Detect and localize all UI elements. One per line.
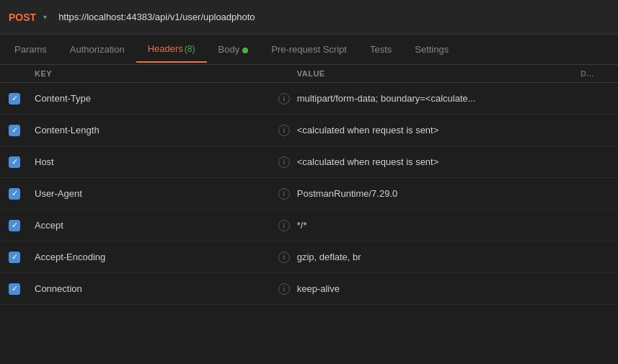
tab-headers[interactable]: Headers(8)	[136, 36, 207, 63]
tab-tests-label: Tests	[370, 44, 392, 55]
url-input[interactable]	[58, 12, 609, 22]
row-2-info-icon[interactable]: i	[278, 125, 290, 136]
table-header: KEY VALUE D...	[0, 65, 618, 83]
row-3-info-cell: i	[271, 156, 297, 168]
row-3-checkbox-cell: ✓	[9, 156, 35, 168]
row-1-checkbox[interactable]: ✓	[9, 93, 20, 105]
row-3-checkbox[interactable]: ✓	[9, 156, 20, 168]
row-7-checkbox-cell: ✓	[9, 283, 35, 295]
row-3-value: <calculated when request is sent>	[297, 156, 581, 167]
row-6-checkbox-cell: ✓	[9, 252, 35, 263]
row-6-value: gzip, deflate, br	[297, 252, 581, 262]
row-7-info-icon[interactable]: i	[278, 283, 290, 295]
row-6-checkmark-icon: ✓	[12, 253, 18, 261]
headers-table-container: KEY VALUE D... ✓ Content-Type i multipar…	[0, 65, 618, 364]
row-2-checkbox[interactable]: ✓	[9, 125, 20, 136]
table-row: ✓ Content-Type i multipart/form-data; bo…	[0, 83, 618, 115]
tab-params-label: Params	[14, 44, 47, 55]
row-5-key: Accept	[35, 220, 271, 231]
row-1-key: Content-Type	[35, 93, 271, 104]
col-header-desc: D...	[581, 69, 609, 78]
row-7-checkmark-icon: ✓	[12, 285, 18, 293]
row-1-info-cell: i	[271, 93, 297, 105]
tab-authorization[interactable]: Authorization	[58, 37, 136, 62]
row-7-checkbox[interactable]: ✓	[9, 283, 20, 295]
tab-pre-request[interactable]: Pre-request Script	[260, 37, 358, 62]
table-row: ✓ User-Agent i PostmanRuntime/7.29.0	[0, 178, 618, 210]
table-row: ✓ Content-Length i <calculated when requ…	[0, 115, 618, 146]
row-1-value: multipart/form-data; boundary=<calculate…	[297, 93, 581, 104]
tab-settings[interactable]: Settings	[403, 37, 460, 62]
tab-params[interactable]: Params	[3, 37, 58, 62]
tab-body-label: Body	[218, 44, 240, 55]
row-2-info-cell: i	[271, 125, 297, 136]
tab-body-dot-icon	[242, 48, 248, 53]
row-7-key: Connection	[35, 283, 271, 294]
method-dropdown[interactable]: POST ▾	[9, 12, 47, 23]
table-row: ✓ Accept i */*	[0, 210, 618, 241]
tab-headers-badge: (8)	[185, 44, 195, 54]
table-row: ✓ Connection i keep-alive	[0, 273, 618, 305]
row-5-value: */*	[297, 220, 581, 231]
table-row: ✓ Host i <calculated when request is sen…	[0, 146, 618, 178]
row-4-info-icon[interactable]: i	[278, 188, 290, 200]
row-4-checkmark-icon: ✓	[12, 190, 18, 197]
row-7-value: keep-alive	[297, 283, 581, 294]
tab-authorization-label: Authorization	[70, 44, 125, 55]
row-4-checkbox-cell: ✓	[9, 188, 35, 200]
row-1-checkmark-icon: ✓	[12, 94, 18, 102]
row-5-info-cell: i	[271, 220, 297, 231]
row-5-checkbox[interactable]: ✓	[9, 220, 20, 231]
row-3-checkmark-icon: ✓	[12, 158, 18, 166]
row-2-checkmark-icon: ✓	[12, 126, 18, 134]
row-3-key: Host	[35, 156, 271, 167]
row-4-key: User-Agent	[35, 188, 271, 199]
method-chevron-icon: ▾	[43, 13, 47, 21]
row-4-value: PostmanRuntime/7.29.0	[297, 188, 581, 199]
row-4-checkbox[interactable]: ✓	[9, 188, 20, 200]
row-1-info-icon[interactable]: i	[278, 93, 290, 105]
row-4-info-cell: i	[271, 188, 297, 200]
tabs-bar: Params Authorization Headers(8) Body Pre…	[0, 35, 618, 65]
tab-settings-label: Settings	[415, 44, 449, 55]
row-6-checkbox[interactable]: ✓	[9, 252, 20, 263]
row-3-info-icon[interactable]: i	[278, 156, 290, 168]
row-5-checkmark-icon: ✓	[12, 221, 18, 229]
row-5-checkbox-cell: ✓	[9, 220, 35, 231]
row-1-checkbox-cell: ✓	[9, 93, 35, 105]
row-2-key: Content-Length	[35, 125, 271, 136]
tab-tests[interactable]: Tests	[358, 37, 403, 62]
url-bar: POST ▾	[0, 0, 618, 35]
row-7-info-cell: i	[271, 283, 297, 295]
table-row: ✓ Accept-Encoding i gzip, deflate, br	[0, 241, 618, 273]
tab-body[interactable]: Body	[207, 37, 260, 62]
col-header-key: KEY	[35, 69, 271, 78]
col-header-value: VALUE	[297, 69, 581, 78]
row-6-info-icon[interactable]: i	[278, 252, 290, 263]
row-5-info-icon[interactable]: i	[278, 220, 290, 231]
http-method: POST	[9, 12, 36, 23]
tab-pre-request-label: Pre-request Script	[271, 44, 347, 55]
tab-headers-label: Headers	[148, 43, 183, 54]
row-2-checkbox-cell: ✓	[9, 125, 35, 136]
row-6-key: Accept-Encoding	[35, 252, 271, 262]
row-6-info-cell: i	[271, 252, 297, 263]
row-2-value: <calculated when request is sent>	[297, 125, 581, 136]
